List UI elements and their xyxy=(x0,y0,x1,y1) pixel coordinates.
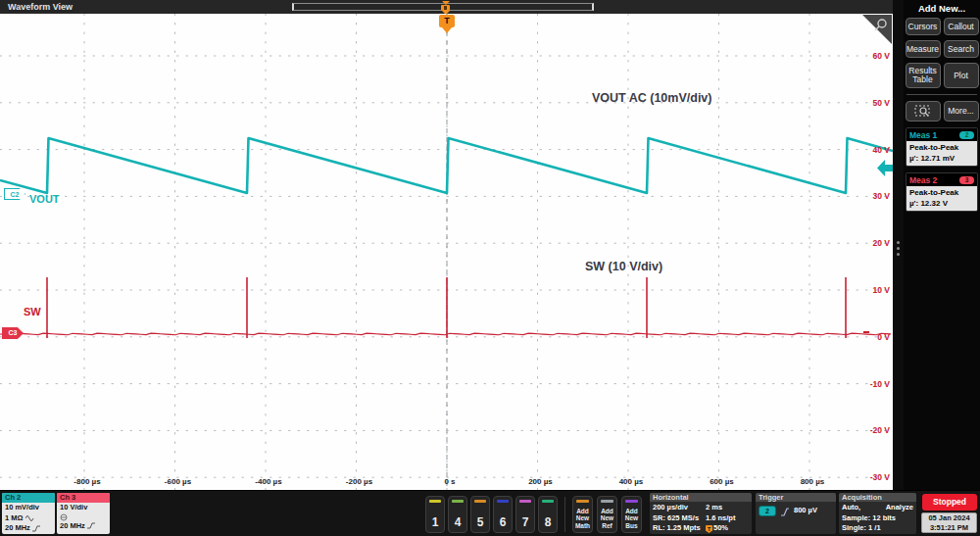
splitter-grip-icon xyxy=(897,241,900,244)
horizontal-window: 2 ms xyxy=(706,503,749,513)
y-axis-label: 60 V xyxy=(851,51,890,61)
bandwidth-icon xyxy=(87,522,96,529)
add-new-ref-button[interactable]: Add New Ref xyxy=(597,496,617,533)
settings-bar: Ch 2 10 mV/div 1 MΩ 20 MHz Ch 3 10 V/div… xyxy=(0,490,980,536)
zoom-mode-icon xyxy=(914,105,932,118)
callout-button[interactable]: Callout xyxy=(944,18,979,35)
add-new-math-button[interactable]: Add New Math xyxy=(572,496,593,533)
meas2-name: Meas 2 xyxy=(909,175,937,185)
meas1-type: Peak-to-Peak xyxy=(909,142,974,153)
search-button[interactable]: Search xyxy=(944,40,979,58)
y-axis-label: 30 V xyxy=(851,191,890,201)
horizontal-scale: 200 µs/div xyxy=(653,503,688,513)
vout-annotation: VOUT AC (10mV/div) xyxy=(592,91,711,105)
channel-5-button[interactable]: 5 xyxy=(470,496,490,533)
y-axis-label: 40 V xyxy=(851,145,890,155)
y-axis-label: 10 V xyxy=(851,285,890,295)
acquisition-sample: Sample: 12 bits xyxy=(842,513,913,524)
ch3-header: Ch 3 xyxy=(57,493,110,503)
meas2-badge[interactable]: Meas 2 3 Peak-to-Peak µ': 12.32 V xyxy=(906,172,978,212)
meas2-source-pill: 3 xyxy=(959,176,974,184)
plot-button[interactable]: Plot xyxy=(944,63,979,88)
horizontal-record-length: RL: 1.25 Mpts xyxy=(653,523,701,534)
add-new-header: Add New... xyxy=(904,0,980,18)
x-axis-label: -200 µs xyxy=(329,477,390,486)
meas1-value: µ': 12.71 mV xyxy=(909,153,974,164)
trigger-panel[interactable]: Trigger 2 800 µV xyxy=(756,493,836,534)
ch2-impedance: 1 MΩ xyxy=(5,513,24,524)
add-new-sidebar: Add New... Cursors Callout Measure Searc… xyxy=(904,0,980,490)
x-axis-label: 400 µs xyxy=(601,477,662,486)
panel-splitter[interactable] xyxy=(893,0,904,490)
acquisition-panel[interactable]: Acquisition Auto, Analyze Sample: 12 bit… xyxy=(839,493,916,534)
x-axis-label: -600 µs xyxy=(148,477,209,486)
date: 05 Jan 2024 xyxy=(922,513,976,523)
channel-6-button[interactable]: 6 xyxy=(493,496,513,533)
y-axis-label: -30 V xyxy=(851,472,890,482)
channel-1-button[interactable]: 1 xyxy=(425,496,445,533)
y-axis-label: -10 V xyxy=(851,379,890,389)
trigger-position-flag[interactable]: T xyxy=(439,15,455,27)
pan-position-marker[interactable] xyxy=(440,1,452,15)
trigger-level-marker[interactable] xyxy=(863,331,869,333)
ch3-scale: 10 V/div xyxy=(57,503,110,513)
acquisition-mode: Auto, xyxy=(842,503,860,513)
trigger-position-icon: T xyxy=(706,525,712,533)
ch2-header: Ch 2 xyxy=(2,493,55,503)
horizontal-panel[interactable]: Horizontal 200 µs/div 2 ms SR: 625 MS/s … xyxy=(650,493,752,534)
horizontal-pan-scrollbar[interactable] xyxy=(292,3,594,11)
zoom-mode-button[interactable] xyxy=(906,101,941,122)
ch2-bandwidth: 20 MHz xyxy=(5,523,30,534)
horizontal-header: Horizontal xyxy=(650,493,752,502)
acquisition-analyze: Analyze xyxy=(886,503,913,513)
sw-annotation: SW (10 V/div) xyxy=(585,260,662,273)
y-axis-label: -20 V xyxy=(851,425,890,435)
y-axis-label: 50 V xyxy=(851,98,890,108)
bandwidth-icon xyxy=(32,525,41,532)
sw-trace-label: SW xyxy=(24,306,41,317)
x-axis-label: 0 s xyxy=(419,477,480,486)
trigger-flag-label: T xyxy=(444,16,450,25)
datetime-display: 05 Jan 2024 3:51:21 PM xyxy=(921,512,977,533)
meas1-name: Meas 1 xyxy=(909,130,937,140)
meas1-badge[interactable]: Meas 1 2 Peak-to-Peak µ': 12.71 mV xyxy=(906,127,978,167)
acquisition-header: Acquisition xyxy=(839,493,916,502)
meas2-value: µ': 12.32 V xyxy=(909,198,974,209)
measure-button[interactable]: Measure xyxy=(906,40,941,58)
channel-7-button[interactable]: 7 xyxy=(515,496,535,533)
results-table-button[interactable]: Results Table xyxy=(906,63,941,88)
bottom-bar-divider xyxy=(564,497,565,532)
oscilloscope-app: Waveform View 60 V50 V40 V30 V20 V10 V0 … xyxy=(0,0,980,536)
more-button[interactable]: More... xyxy=(944,101,979,122)
ac-coupling-icon xyxy=(25,514,34,521)
x-axis-label: 800 µs xyxy=(782,477,843,486)
waveform-view-titlebar: Waveform View xyxy=(0,0,904,14)
meas2-type: Peak-to-Peak xyxy=(909,187,974,198)
cursors-button[interactable]: Cursors xyxy=(906,18,941,35)
horizontal-position: T50% xyxy=(706,523,749,534)
graticule[interactable]: 60 V50 V40 V30 V20 V10 V0 V-10 V-20 V-30… xyxy=(0,14,893,490)
add-new-bus-button[interactable]: Add New Bus xyxy=(621,496,642,533)
rising-edge-icon xyxy=(780,507,790,516)
ch2-badge[interactable]: Ch 2 10 mV/div 1 MΩ 20 MHz xyxy=(2,493,55,534)
splitter-grip-icon xyxy=(897,247,900,250)
trigger-header: Trigger xyxy=(756,493,836,502)
channel-4-button[interactable]: 4 xyxy=(448,496,467,533)
time: 3:51:21 PM xyxy=(922,523,976,533)
acquisition-single: Single: 1 /1 xyxy=(842,523,913,534)
trigger-level: 800 µV xyxy=(794,506,817,516)
waveform-canvas xyxy=(0,14,893,490)
graticule-zoom-corner-icon[interactable] xyxy=(860,15,892,44)
waveform-view-title: Waveform View xyxy=(8,2,73,12)
channel-8-button[interactable]: 8 xyxy=(538,496,558,533)
probe-icon xyxy=(60,513,69,521)
ch3-badge[interactable]: Ch 3 10 V/div 20 MHz xyxy=(57,493,110,534)
ch2-scale: 10 mV/div xyxy=(2,503,55,513)
x-axis-label: 600 µs xyxy=(692,477,753,486)
run-stop-status-button[interactable]: Stopped xyxy=(922,494,977,511)
y-axis-label: 0 V xyxy=(851,332,890,342)
ch3-bandwidth: 20 MHz xyxy=(60,521,85,532)
horizontal-sample-rate: SR: 625 MS/s xyxy=(653,513,699,524)
waveform-view-panel: Waveform View 60 V50 V40 V30 V20 V10 V0 … xyxy=(0,0,904,490)
splitter-grip-icon xyxy=(897,253,900,256)
